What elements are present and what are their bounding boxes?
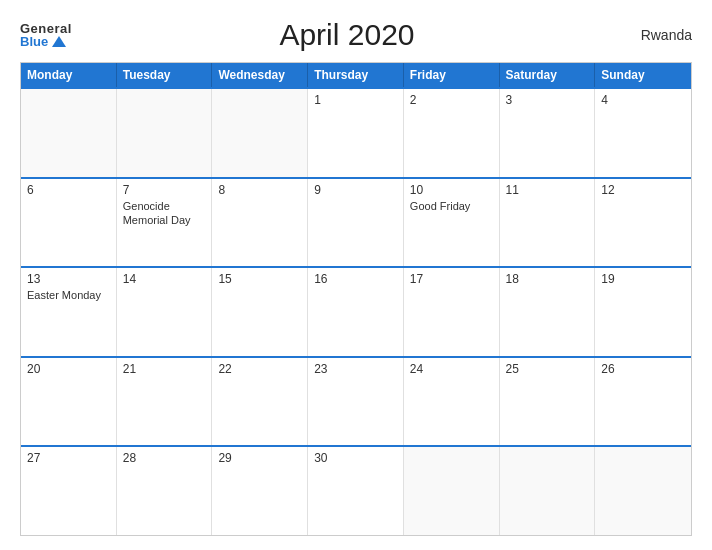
cell-w1-mon (21, 89, 117, 177)
cell-w3-sun: 19 (595, 268, 691, 356)
cell-w5-tue: 28 (117, 447, 213, 535)
cell-w5-sun (595, 447, 691, 535)
week-4: 20 21 22 23 24 25 26 (21, 356, 691, 446)
cell-w4-thu: 23 (308, 358, 404, 446)
header-saturday: Saturday (500, 63, 596, 87)
cell-w4-tue: 21 (117, 358, 213, 446)
header-friday: Friday (404, 63, 500, 87)
cell-w2-thu: 9 (308, 179, 404, 267)
week-3: 13 Easter Monday 14 15 16 17 18 (21, 266, 691, 356)
cell-w1-thu: 1 (308, 89, 404, 177)
cell-w1-sun: 4 (595, 89, 691, 177)
cell-w2-sat: 11 (500, 179, 596, 267)
cell-w5-sat (500, 447, 596, 535)
logo-blue-text: Blue (20, 35, 66, 48)
country-label: Rwanda (622, 27, 692, 43)
header-monday: Monday (21, 63, 117, 87)
cell-w1-sat: 3 (500, 89, 596, 177)
cell-w2-mon: 6 (21, 179, 117, 267)
cell-w2-tue: 7 Genocide Memorial Day (117, 179, 213, 267)
cell-w3-sat: 18 (500, 268, 596, 356)
week-5: 27 28 29 30 (21, 445, 691, 535)
cell-w1-fri: 2 (404, 89, 500, 177)
cell-w2-wed: 8 (212, 179, 308, 267)
cell-w1-tue (117, 89, 213, 177)
cell-w4-sat: 25 (500, 358, 596, 446)
calendar-grid: Monday Tuesday Wednesday Thursday Friday… (20, 62, 692, 536)
cell-w3-thu: 16 (308, 268, 404, 356)
calendar-body: 1 2 3 4 6 7 Genocide Memoria (21, 87, 691, 535)
cell-w3-wed: 15 (212, 268, 308, 356)
cell-w3-fri: 17 (404, 268, 500, 356)
header: General Blue April 2020 Rwanda (20, 18, 692, 52)
cell-w1-wed (212, 89, 308, 177)
week-1: 1 2 3 4 (21, 87, 691, 177)
calendar-header: Monday Tuesday Wednesday Thursday Friday… (21, 63, 691, 87)
cell-w5-wed: 29 (212, 447, 308, 535)
logo-triangle-icon (52, 36, 66, 47)
header-sunday: Sunday (595, 63, 691, 87)
cell-w4-sun: 26 (595, 358, 691, 446)
week-2: 6 7 Genocide Memorial Day 8 9 10 Good Fr… (21, 177, 691, 267)
cell-w5-thu: 30 (308, 447, 404, 535)
cell-w4-mon: 20 (21, 358, 117, 446)
calendar-page: General Blue April 2020 Rwanda Monday Tu… (0, 0, 712, 550)
cell-w4-fri: 24 (404, 358, 500, 446)
cell-w2-sun: 12 (595, 179, 691, 267)
header-tuesday: Tuesday (117, 63, 213, 87)
cell-w2-fri: 10 Good Friday (404, 179, 500, 267)
cell-w3-mon: 13 Easter Monday (21, 268, 117, 356)
header-wednesday: Wednesday (212, 63, 308, 87)
header-thursday: Thursday (308, 63, 404, 87)
cell-w4-wed: 22 (212, 358, 308, 446)
cell-w5-fri (404, 447, 500, 535)
logo: General Blue (20, 22, 72, 48)
cell-w3-tue: 14 (117, 268, 213, 356)
calendar-title: April 2020 (72, 18, 622, 52)
cell-w5-mon: 27 (21, 447, 117, 535)
